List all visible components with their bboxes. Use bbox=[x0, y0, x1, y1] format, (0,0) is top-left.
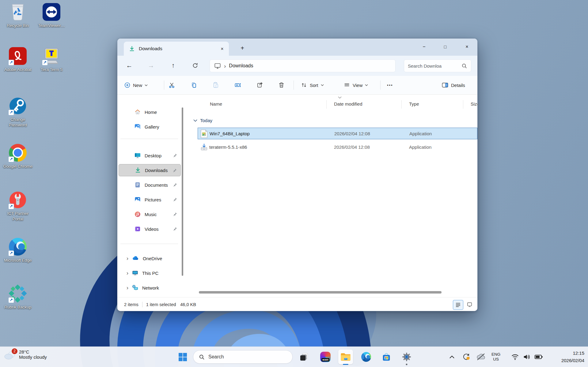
maximize-button[interactable]: □ bbox=[438, 39, 453, 55]
sidebar-item-pictures[interactable]: Pictures bbox=[119, 193, 181, 206]
shortcut-overlay-icon: ↗ bbox=[42, 60, 48, 66]
desktop-icon-ict-partner-portal[interactable]: ↗ ICT Partner Portal bbox=[2, 190, 34, 222]
tray-language-switcher[interactable]: ENG US bbox=[491, 347, 500, 367]
sidebar-item-network[interactable]: › Network bbox=[119, 282, 181, 294]
cut-button[interactable] bbox=[168, 82, 175, 89]
tray-battery[interactable] bbox=[534, 347, 543, 367]
desktop-icon-tera-term[interactable]: ↗ Tera Term 5 bbox=[36, 47, 67, 73]
desktop-icon-teamviewer[interactable]: TeamViewer… bbox=[36, 2, 67, 28]
refresh-button[interactable] bbox=[189, 59, 201, 72]
sidebar-item-home[interactable]: Home bbox=[119, 106, 181, 118]
column-separator[interactable] bbox=[401, 100, 402, 109]
paste-icon bbox=[212, 82, 219, 89]
details-view-toggle[interactable] bbox=[453, 300, 463, 310]
sidebar-item-documents[interactable]: Documents bbox=[119, 179, 181, 191]
desktop-icon-label: Microsoft Edge bbox=[4, 258, 32, 263]
tray-volume[interactable] bbox=[523, 347, 531, 367]
desktop: Recycle Bin TeamViewer… ↗ Adobe Acrobat bbox=[0, 0, 588, 367]
large-icons-view-toggle[interactable] bbox=[465, 300, 474, 309]
pin-icon bbox=[173, 227, 177, 231]
horizontal-scrollbar[interactable] bbox=[199, 291, 442, 294]
expand-chevron-icon[interactable]: › bbox=[123, 284, 132, 291]
start-button[interactable] bbox=[175, 350, 190, 364]
file-row-teraterm-installer[interactable]: teraterm-5.5.1-x86 2026/02/04 12:08 Appl… bbox=[198, 141, 477, 153]
sidebar-item-onedrive[interactable]: › OneDrive bbox=[119, 252, 181, 264]
settings-gear-icon bbox=[402, 352, 412, 362]
selection-size: 46,0 KB bbox=[180, 302, 196, 307]
sidebar-item-music[interactable]: Music bbox=[119, 208, 181, 220]
delete-button[interactable] bbox=[278, 82, 285, 89]
file-list: Name Date modified Type Size Today bbox=[184, 95, 477, 297]
m365-copilot-button[interactable]: M365 bbox=[318, 350, 333, 364]
rename-button[interactable] bbox=[234, 82, 241, 89]
microsoft-store-button[interactable] bbox=[379, 350, 394, 364]
sidebar-item-label: Network bbox=[142, 285, 159, 290]
sidebar-scrollbar[interactable] bbox=[182, 107, 183, 276]
tab-downloads[interactable]: Downloads × bbox=[124, 42, 229, 56]
new-tab-button[interactable]: + bbox=[237, 43, 247, 53]
desktop-icon-adobe-acrobat[interactable]: ↗ Adobe Acrobat bbox=[2, 47, 34, 73]
settings-button[interactable] bbox=[399, 350, 414, 364]
column-header-type[interactable]: Type bbox=[409, 101, 419, 107]
file-explorer-button[interactable] bbox=[338, 350, 353, 364]
sidebar-item-videos[interactable]: Videos bbox=[119, 223, 181, 235]
view-icon bbox=[343, 82, 350, 88]
column-separator[interactable] bbox=[463, 100, 463, 109]
desktop-icon-google-chrome[interactable]: ↗ Google Chrome bbox=[2, 143, 34, 169]
details-pane-button[interactable]: Details bbox=[442, 82, 465, 89]
address-bar[interactable]: › Downloads bbox=[210, 59, 396, 72]
column-separator[interactable] bbox=[326, 100, 327, 109]
paste-button[interactable] bbox=[212, 82, 219, 89]
sidebar-item-downloads[interactable]: Downloads bbox=[119, 164, 181, 176]
copy-icon bbox=[190, 82, 197, 89]
change-password-icon: ↗ bbox=[8, 96, 27, 115]
column-header-date-modified[interactable]: Date modified bbox=[334, 101, 362, 107]
sidebar-item-gallery[interactable]: Gallery bbox=[119, 121, 181, 133]
new-button[interactable]: New bbox=[124, 82, 148, 88]
desktop-icon-rubrik-backup[interactable]: ↗ Rubrik Backup bbox=[2, 284, 34, 310]
column-header-name[interactable]: Name bbox=[210, 101, 222, 107]
desktop-icon-change-password[interactable]: ↗ Change Password bbox=[2, 96, 34, 128]
expand-chevron-icon[interactable]: › bbox=[123, 270, 132, 276]
view-button[interactable]: View bbox=[343, 82, 368, 88]
more-options-button[interactable]: ••• bbox=[387, 83, 393, 88]
file-row-win7-64bit-laptop[interactable]: Win7_64Bit_Laptop 2026/02/04 12:08 Appli… bbox=[198, 128, 477, 139]
sort-button[interactable]: Sort bbox=[301, 82, 324, 88]
toolbar-separator bbox=[164, 81, 164, 90]
tray-cloud-offline[interactable] bbox=[476, 347, 486, 367]
new-button-label: New bbox=[133, 83, 142, 88]
search-icon bbox=[461, 63, 467, 69]
tab-close-button[interactable]: × bbox=[218, 45, 226, 53]
desktop-icon-microsoft-edge[interactable]: ↗ Microsoft Edge bbox=[2, 237, 34, 263]
tray-wifi[interactable] bbox=[511, 347, 519, 367]
tray-clock[interactable]: 12:15 2026/02/04 bbox=[561, 350, 584, 364]
expand-chevron-icon[interactable]: › bbox=[123, 255, 132, 262]
search-box[interactable]: Search Downloa bbox=[404, 59, 471, 72]
tab-title: Downloads bbox=[139, 46, 162, 51]
sidebar-item-this-pc[interactable]: › This PC bbox=[119, 267, 181, 279]
edge-button[interactable] bbox=[359, 350, 374, 364]
desktop-icon-label: Adobe Acrobat bbox=[4, 67, 32, 73]
minimize-button[interactable]: − bbox=[416, 39, 432, 55]
sidebar-separator bbox=[120, 139, 178, 139]
share-button[interactable] bbox=[256, 82, 264, 89]
file-explorer-icon bbox=[340, 352, 351, 361]
sidebar-item-desktop[interactable]: Desktop bbox=[119, 149, 181, 162]
installer-file-icon bbox=[200, 143, 208, 151]
weather-widget[interactable]: 2 28°C Mostly cloudy bbox=[4, 349, 47, 360]
breadcrumb-location[interactable]: Downloads bbox=[229, 63, 253, 69]
desktop-icon-recycle-bin[interactable]: Recycle Bin bbox=[2, 2, 34, 28]
back-button[interactable]: ← bbox=[123, 59, 135, 72]
sidebar-item-label: Desktop bbox=[145, 153, 161, 158]
copy-button[interactable] bbox=[190, 82, 197, 89]
sort-button-label: Sort bbox=[310, 83, 318, 88]
tray-sync-status[interactable] bbox=[462, 347, 471, 367]
tray-show-hidden-icons[interactable] bbox=[449, 347, 455, 367]
forward-button[interactable]: → bbox=[145, 59, 157, 72]
taskbar-search-box[interactable]: Search bbox=[193, 350, 293, 364]
close-button[interactable]: × bbox=[459, 39, 475, 55]
task-view-button[interactable] bbox=[297, 350, 311, 364]
column-header-size[interactable]: Size bbox=[471, 101, 477, 107]
up-button[interactable]: ↑ bbox=[167, 59, 179, 72]
group-header-today[interactable]: Today bbox=[193, 118, 212, 123]
